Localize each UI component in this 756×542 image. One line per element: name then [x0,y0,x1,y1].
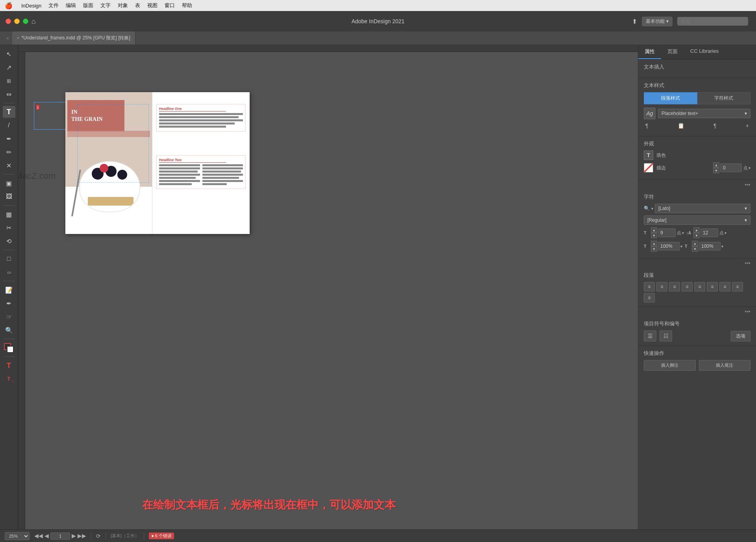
ordered-list-btn[interactable]: ☷ [660,330,672,342]
document-tab[interactable]: × *Understand_frames.indd @ 25% [GPU 预览]… [12,32,135,45]
menu-help[interactable]: 帮助 [182,2,192,9]
para-style-btn[interactable]: 段落样式 [644,92,697,104]
scale-v-input[interactable]: 100% [699,242,721,251]
add-style-icon[interactable]: + [744,122,750,130]
tool-select[interactable]: ↖ [3,48,15,60]
para-mark-icon[interactable]: ¶ [644,122,650,130]
stroke-increment[interactable]: ▲ [713,162,719,168]
tool-gap[interactable]: ⇔ [3,88,15,100]
scale-h-input[interactable]: 100% [658,242,680,251]
tool-image[interactable]: 🖼 [3,191,15,202]
tool-eraser[interactable]: ✕ [3,160,15,171]
home-icon[interactable]: ⌂ [32,17,36,26]
apple-menu[interactable]: 🍎 [5,2,13,9]
tab-close-icon[interactable]: × [17,36,19,40]
char-style-btn[interactable]: 字符样式 [697,92,751,104]
tool-notes[interactable]: 📝 [3,284,15,296]
page-number-input[interactable] [50,533,70,540]
align-away-spine[interactable]: ≡ [719,282,730,291]
minimize-button[interactable] [14,19,20,24]
nav-last-page[interactable]: ▶▶ [78,533,86,540]
font-family-select[interactable]: [Lato] ▾ [655,204,750,213]
character-more-options[interactable]: ••• [638,258,756,268]
align-justify[interactable]: ≡ [682,282,693,291]
paragraph-more-options[interactable]: ••• [638,307,756,316]
insert-footnote-button[interactable]: 插入脚注 [644,360,696,371]
paste-with-formatting-icon[interactable]: 📋 [676,122,686,130]
font-family-dropdown[interactable]: Placeholder text+ ▾ [658,109,750,118]
font-size-decrement[interactable]: ▼ [651,233,657,238]
leading-decrement[interactable]: ▼ [693,233,700,238]
leading-increment[interactable]: ▲ [693,227,700,233]
font-style-select[interactable]: [Regular] ▾ [644,215,750,225]
tab-cc-libraries[interactable]: CC Libraries [684,45,725,59]
close-button[interactable] [6,19,11,24]
scale-h-dropdown[interactable]: ▾ [680,244,682,249]
align-indent-left[interactable]: ≡ [732,282,743,291]
align-right[interactable]: ≡ [669,282,680,291]
align-indent-right[interactable]: ≡ [644,293,655,303]
menu-window[interactable]: 窗口 [165,2,175,9]
tool-fill-stroke[interactable]: Z [3,342,15,354]
canvas-area[interactable]: www.MacZ.com | IN THE GRAIN [18,45,638,529]
leading-dropdown[interactable]: ▾ [724,231,726,235]
search-font-icon[interactable]: 🔍 [644,206,650,211]
scale-v-increment[interactable]: ▲ [692,241,698,246]
tool-eyedropper[interactable]: ✒ [3,297,15,309]
menu-file[interactable]: 文件 [48,2,59,9]
workspace-button[interactable]: 基本功能 ▾ [642,17,673,26]
nav-first-page[interactable]: ◀◀ [34,533,43,540]
stroke-value-input[interactable]: 0 [720,163,742,172]
error-badge[interactable]: ● 6 个错误 [149,533,174,539]
align-toward-spine[interactable]: ≡ [707,282,718,291]
font-size-increment[interactable]: ▲ [651,227,657,233]
zoom-select[interactable]: 25% 50% 75% 100% [5,532,30,540]
tool-zoom[interactable]: 🔍 [3,324,15,336]
nav-prev-page[interactable]: ◀ [44,533,49,540]
tool-scissors[interactable]: ✂ [3,222,15,234]
menu-object[interactable]: 对象 [118,2,128,9]
share-icon[interactable]: ⬆ [632,18,637,25]
scale-h-decrement[interactable]: ▼ [651,246,657,252]
maximize-button[interactable] [23,19,28,24]
tool-rect[interactable]: □ [3,253,15,265]
list-options-button[interactable]: 选项 [731,331,750,342]
tab-scroll-left[interactable]: « [3,35,12,41]
align-center[interactable]: ≡ [656,282,667,291]
menu-text[interactable]: 文字 [100,2,111,9]
tool-gradient[interactable]: ▦ [3,208,15,220]
stroke-decrement[interactable]: ▼ [713,168,719,173]
tool-frame[interactable]: ▭ [3,266,15,278]
tool-type[interactable]: T [3,106,15,118]
scale-v-dropdown[interactable]: ▾ [721,244,723,249]
font-size-input[interactable]: 9 [658,228,676,237]
menu-table[interactable]: 表 [135,2,140,9]
tab-pages[interactable]: 页面 [661,45,684,59]
scale-v-decrement[interactable]: ▼ [692,246,698,252]
menu-layout[interactable]: 版面 [83,2,93,9]
tool-pencil[interactable]: ✏ [3,146,15,158]
scale-h-increment[interactable]: ▲ [651,241,657,246]
para-mark-right-icon[interactable]: ¶ [712,122,718,130]
insert-endnote-button[interactable]: 插入尾注 [699,360,751,371]
tool-transform[interactable]: ⟲ [3,235,15,247]
tool-type-small[interactable]: T/ [3,373,15,385]
leading-input[interactable]: 12 [700,228,718,237]
nav-next-page[interactable]: ▶ [72,533,76,540]
appearance-more-options[interactable]: ••• [638,180,756,189]
tool-line[interactable]: / [3,119,15,131]
font-size-dropdown[interactable]: ▾ [682,231,684,235]
align-justify-all[interactable]: ≡ [694,282,705,291]
align-left[interactable]: ≡ [644,282,655,291]
tool-hand[interactable]: ☞ [3,311,15,323]
tool-frame-rect[interactable]: ▣ [3,177,15,189]
menu-indesign[interactable]: InDesign [21,3,41,9]
stroke-dropdown-arrow[interactable]: ▾ [749,166,750,170]
unordered-list-btn[interactable]: ☰ [644,330,656,342]
tab-properties[interactable]: 属性 [638,45,661,59]
tool-page[interactable]: ⊞ [3,75,15,87]
search-input[interactable] [677,17,748,26]
tool-direct-select[interactable]: ↗ [3,61,15,73]
tool-pen[interactable]: ✒ [3,133,15,145]
menu-edit[interactable]: 编辑 [66,2,76,9]
